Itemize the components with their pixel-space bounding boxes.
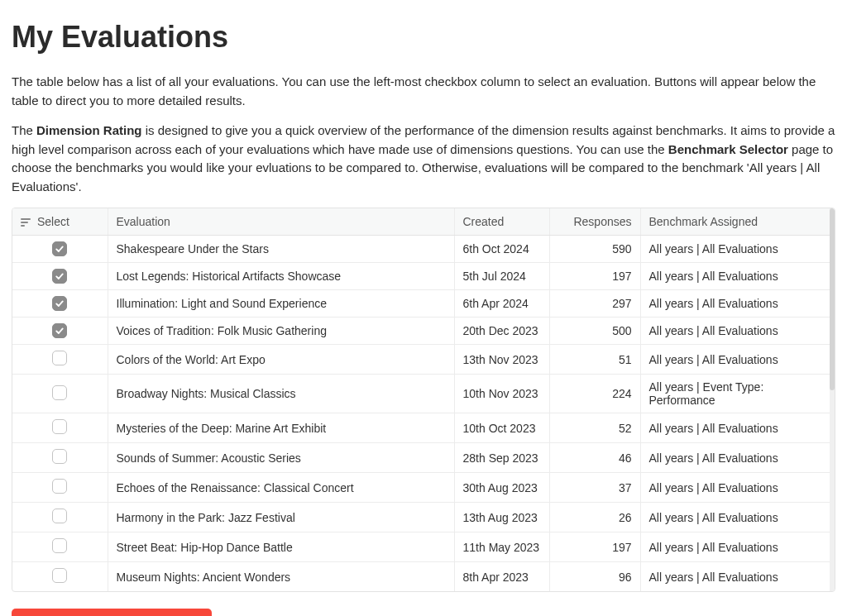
row-checkbox[interactable] xyxy=(52,385,67,400)
row-select-cell xyxy=(12,473,108,503)
row-responses: 500 xyxy=(549,318,640,345)
table-row: Colors of the World: Art Expo13th Nov 20… xyxy=(12,345,835,375)
row-checkbox[interactable] xyxy=(52,419,67,434)
row-benchmark: All years | All Evaluations xyxy=(640,318,835,345)
row-checkbox[interactable] xyxy=(52,269,67,284)
row-responses: 197 xyxy=(549,263,640,290)
row-evaluation: Colors of the World: Art Expo xyxy=(108,345,454,375)
action-buttons: Public Demographics Dimension Benchmarki… xyxy=(12,609,835,616)
row-created: 8th Apr 2023 xyxy=(454,562,549,592)
row-checkbox[interactable] xyxy=(52,323,67,338)
row-created: 13th Aug 2023 xyxy=(454,503,549,532)
row-checkbox[interactable] xyxy=(52,351,67,365)
row-created: 28th Sep 2023 xyxy=(454,443,549,473)
row-checkbox[interactable] xyxy=(52,509,67,523)
page-title: My Evaluations xyxy=(12,20,835,55)
table-row: Sounds of Summer: Acoustic Series28th Se… xyxy=(12,443,835,473)
row-evaluation: Broadway Nights: Musical Classics xyxy=(108,375,454,413)
row-evaluation: Shakespeare Under the Stars xyxy=(108,236,454,263)
row-responses: 96 xyxy=(549,562,640,592)
row-checkbox[interactable] xyxy=(52,479,67,494)
col-header-responses[interactable]: Responses xyxy=(549,208,640,236)
intro2-bold-dimension-rating: Dimension Rating xyxy=(36,123,142,137)
row-benchmark: All years | All Evaluations xyxy=(640,562,835,592)
row-select-cell xyxy=(12,532,108,562)
table-row: Lost Legends: Historical Artifacts Showc… xyxy=(12,263,835,290)
row-created: 6th Oct 2024 xyxy=(454,236,549,263)
row-evaluation: Museum Nights: Ancient Wonders xyxy=(108,562,454,592)
row-select-cell xyxy=(12,413,108,443)
row-created: 6th Apr 2024 xyxy=(454,290,549,318)
intro2-lead: The xyxy=(12,123,36,137)
table-row: Voices of Tradition: Folk Music Gatherin… xyxy=(12,318,835,345)
row-benchmark: All years | All Evaluations xyxy=(640,290,835,318)
table-row: Harmony in the Park: Jazz Festival13th A… xyxy=(12,503,835,532)
col-header-evaluation[interactable]: Evaluation xyxy=(108,208,454,236)
table-row: Shakespeare Under the Stars6th Oct 20245… xyxy=(12,236,835,263)
row-checkbox[interactable] xyxy=(52,449,67,464)
table-row: Street Beat: Hip-Hop Dance Battle11th Ma… xyxy=(12,532,835,562)
row-created: 10th Nov 2023 xyxy=(454,375,549,413)
table-row: Mysteries of the Deep: Marine Art Exhibi… xyxy=(12,413,835,443)
row-evaluation: Mysteries of the Deep: Marine Art Exhibi… xyxy=(108,413,454,443)
row-evaluation: Voices of Tradition: Folk Music Gatherin… xyxy=(108,318,454,345)
row-responses: 51 xyxy=(549,345,640,375)
intro-paragraph-2: The Dimension Rating is designed to give… xyxy=(12,122,835,196)
evaluations-table: Select Evaluation Created Responses Benc… xyxy=(12,208,835,591)
row-select-cell xyxy=(12,375,108,413)
col-header-created[interactable]: Created xyxy=(454,208,549,236)
row-evaluation: Harmony in the Park: Jazz Festival xyxy=(108,503,454,532)
row-responses: 224 xyxy=(549,375,640,413)
filter-icon[interactable] xyxy=(21,217,32,227)
row-benchmark: All years | All Evaluations xyxy=(640,236,835,263)
row-evaluation: Sounds of Summer: Acoustic Series xyxy=(108,443,454,473)
row-select-cell xyxy=(12,318,108,345)
row-created: 20th Dec 2023 xyxy=(454,318,549,345)
col-header-benchmark[interactable]: Benchmark Assigned xyxy=(640,208,835,236)
evaluations-table-wrapper: Select Evaluation Created Responses Benc… xyxy=(12,208,835,592)
row-responses: 26 xyxy=(549,503,640,532)
scrollbar-thumb[interactable] xyxy=(830,208,835,390)
row-select-cell xyxy=(12,562,108,592)
row-benchmark: All years | All Evaluations xyxy=(640,413,835,443)
row-benchmark: All years | Event Type: Performance xyxy=(640,375,835,413)
row-benchmark: All years | All Evaluations xyxy=(640,263,835,290)
row-created: 13th Nov 2023 xyxy=(454,345,549,375)
row-responses: 46 xyxy=(549,443,640,473)
row-evaluation: Lost Legends: Historical Artifacts Showc… xyxy=(108,263,454,290)
row-created: 30th Aug 2023 xyxy=(454,473,549,503)
intro-paragraph-1: The table below has a list of all your e… xyxy=(12,73,835,110)
row-checkbox[interactable] xyxy=(52,241,67,256)
row-responses: 297 xyxy=(549,290,640,318)
row-evaluation: Illumination: Light and Sound Experience xyxy=(108,290,454,318)
row-benchmark: All years | All Evaluations xyxy=(640,473,835,503)
table-row: Museum Nights: Ancient Wonders8th Apr 20… xyxy=(12,562,835,592)
row-checkbox[interactable] xyxy=(52,568,67,583)
row-select-cell xyxy=(12,263,108,290)
row-select-cell xyxy=(12,236,108,263)
row-benchmark: All years | All Evaluations xyxy=(640,345,835,375)
col-header-select[interactable]: Select xyxy=(12,208,108,236)
row-created: 11th May 2023 xyxy=(454,532,549,562)
row-responses: 52 xyxy=(549,413,640,443)
row-select-cell xyxy=(12,290,108,318)
row-responses: 197 xyxy=(549,532,640,562)
row-benchmark: All years | All Evaluations xyxy=(640,443,835,473)
row-created: 5th Jul 2024 xyxy=(454,263,549,290)
table-row: Echoes of the Renaissance: Classical Con… xyxy=(12,473,835,503)
row-checkbox[interactable] xyxy=(52,296,67,311)
row-select-cell xyxy=(12,345,108,375)
row-benchmark: All years | All Evaluations xyxy=(640,532,835,562)
row-benchmark: All years | All Evaluations xyxy=(640,503,835,532)
row-created: 10th Oct 2023 xyxy=(454,413,549,443)
row-responses: 37 xyxy=(549,473,640,503)
public-demographics-button[interactable]: Public Demographics xyxy=(12,609,212,616)
row-responses: 590 xyxy=(549,236,640,263)
col-header-select-label: Select xyxy=(37,215,69,228)
row-evaluation: Street Beat: Hip-Hop Dance Battle xyxy=(108,532,454,562)
intro2-bold-benchmark-selector: Benchmark Selector xyxy=(668,142,788,156)
row-checkbox[interactable] xyxy=(52,538,67,553)
row-select-cell xyxy=(12,503,108,532)
table-row: Broadway Nights: Musical Classics10th No… xyxy=(12,375,835,413)
row-evaluation: Echoes of the Renaissance: Classical Con… xyxy=(108,473,454,503)
